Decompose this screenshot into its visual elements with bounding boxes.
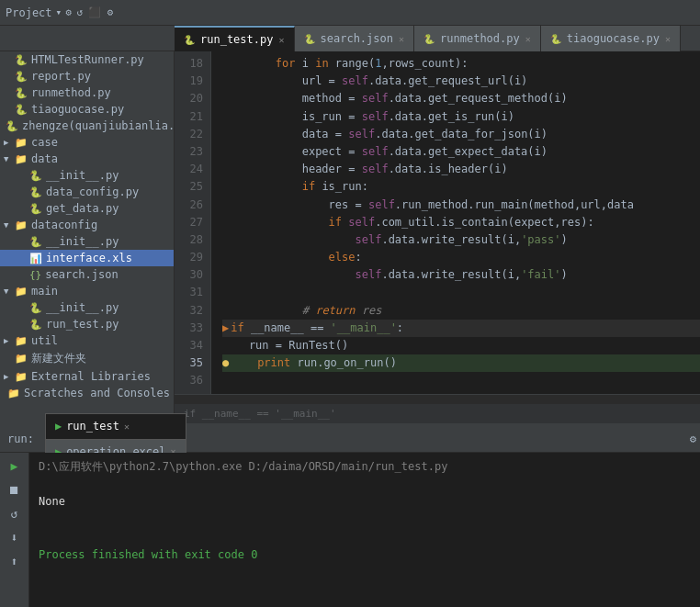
line-num-18: 18 bbox=[182, 55, 203, 73]
sidebar-item-13[interactable]: {}search.json bbox=[0, 266, 174, 283]
tab-tiaoguocase[interactable]: 🐍tiaoguocase.py✕ bbox=[541, 26, 681, 51]
sidebar-item-6[interactable]: ▼📁data bbox=[0, 151, 174, 167]
line-num-30: 30 bbox=[182, 266, 203, 284]
tree-label-4: zhengze(quanjiubianlia... bbox=[22, 119, 174, 132]
line-num-29: 29 bbox=[182, 249, 203, 266]
tab-close-run_test[interactable]: ✕ bbox=[278, 35, 284, 45]
sync-icon[interactable]: ↺ bbox=[77, 6, 84, 18]
code-line-25: if is_run: bbox=[222, 178, 700, 196]
tab-close-tiaoguocase[interactable]: ✕ bbox=[665, 34, 671, 44]
sidebar-item-15[interactable]: 🐍__init__.py bbox=[0, 299, 174, 316]
code-area: 1819202122232425262728293031323334353637… bbox=[175, 51, 700, 394]
sidebar-item-7[interactable]: 🐍__init__.py bbox=[0, 167, 174, 184]
line-num-19: 19 bbox=[182, 73, 203, 90]
scroll-bar[interactable] bbox=[175, 394, 700, 403]
run-play-button[interactable]: ▶ bbox=[6, 456, 24, 475]
run-label: run: bbox=[4, 433, 38, 445]
tree-label-16: run_test.py bbox=[46, 318, 119, 331]
run-output-line-3: Process finished with exit code 0 bbox=[39, 546, 691, 564]
sidebar-item-9[interactable]: 🐍get_data.py bbox=[0, 200, 174, 217]
tree-icon-8: 🐍 bbox=[29, 186, 42, 198]
tree-icon-9: 🐍 bbox=[29, 203, 42, 215]
top-bar-actions: ⚙ ↺ ⬛ ⚙ bbox=[65, 6, 113, 18]
tree-icon-5: 📁 bbox=[15, 137, 28, 149]
tree-icon-3: 🐍 bbox=[15, 104, 28, 116]
line-num-31: 31 bbox=[182, 284, 203, 301]
code-line-24: header = self.data.is_header(i) bbox=[222, 161, 700, 178]
sidebar-item-1[interactable]: 🐍report.py bbox=[0, 68, 174, 84]
tree-label-17: util bbox=[31, 334, 58, 347]
tree-icon-20: 📁 bbox=[7, 388, 20, 399]
sidebar-item-3[interactable]: 🐍tiaoguocase.py bbox=[0, 101, 174, 118]
sidebar-item-17[interactable]: ▶📁util bbox=[0, 332, 174, 349]
sidebar-item-8[interactable]: 🐍data_config.py bbox=[0, 184, 174, 200]
line-num-21: 21 bbox=[182, 108, 203, 126]
code-line-31 bbox=[222, 284, 700, 301]
run-tab-run_test[interactable]: ▶run_test✕ bbox=[45, 413, 186, 439]
breadcrumb-text: if __name__ == '__main__' bbox=[184, 408, 336, 420]
tree-label-11: __init__.py bbox=[46, 235, 119, 248]
sidebar-item-11[interactable]: 🐍__init__.py bbox=[0, 233, 174, 250]
run-stop-button[interactable]: ⏹ bbox=[6, 480, 24, 499]
gear2-icon[interactable]: ⚙ bbox=[107, 6, 113, 18]
tab-close-runmethod[interactable]: ✕ bbox=[525, 34, 531, 44]
tree-label-6: data bbox=[31, 152, 58, 165]
tree-label-8: data_config.py bbox=[46, 185, 139, 198]
run-scroll-down-button[interactable]: ⬇ bbox=[6, 528, 24, 546]
line-num-28: 28 bbox=[182, 231, 203, 249]
dropdown-arrow-icon[interactable]: ▾ bbox=[56, 6, 62, 18]
tab-run_test[interactable]: 🐍run_test.py✕ bbox=[175, 26, 295, 51]
tree-icon-19: 📁 bbox=[15, 371, 28, 383]
code-line-32: # return res bbox=[222, 302, 700, 320]
tree-icon-7: 🐍 bbox=[29, 170, 42, 182]
tree-arrow-14: ▼ bbox=[4, 287, 13, 296]
tab-icon-runmethod: 🐍 bbox=[423, 34, 435, 44]
run-output: D:\应用软件\python2.7\python.exe D:/daima/OR… bbox=[29, 453, 700, 607]
code-line-26: res = self.run_method.run_main(method,ur… bbox=[222, 197, 700, 214]
tree-label-14: main bbox=[31, 285, 58, 298]
settings-icon[interactable]: ⚙ bbox=[65, 6, 72, 18]
sidebar-item-0[interactable]: 🐍HTMLTestRunner.py bbox=[0, 51, 174, 68]
tree-icon-18: 📁 bbox=[15, 353, 28, 365]
code-line-29: else: bbox=[222, 249, 700, 266]
tree-label-2: runmethod.py bbox=[31, 86, 111, 99]
tree-arrow-19: ▶ bbox=[4, 372, 13, 381]
sidebar-item-10[interactable]: ▼📁dataconfig bbox=[0, 217, 174, 233]
run-restart-button[interactable]: ↺ bbox=[6, 504, 24, 523]
tree-icon-15: 🐍 bbox=[29, 302, 42, 314]
line-num-33: 33 bbox=[182, 320, 203, 337]
run-settings-icon[interactable]: ⚙ bbox=[690, 433, 696, 445]
run-tab-bar: run: ▶run_test✕▶operation_excel✕ ⚙ bbox=[0, 425, 700, 453]
breakpoint-icon-33: ▶ bbox=[222, 321, 229, 334]
code-content[interactable]: for i in range(1,rows_count): url = self… bbox=[211, 51, 700, 394]
expand-icon[interactable]: ⬛ bbox=[88, 6, 101, 18]
sidebar-item-4[interactable]: 🐍zhengze(quanjiubianlia... bbox=[0, 118, 174, 134]
code-line-21: is_run = self.data.get_is_run(i) bbox=[222, 108, 700, 126]
sidebar-item-14[interactable]: ▼📁main bbox=[0, 283, 174, 299]
run-tab-icon-run_test: ▶ bbox=[55, 420, 62, 433]
tree-label-5: case bbox=[31, 136, 58, 149]
tab-runmethod[interactable]: 🐍runmethod.py✕ bbox=[414, 26, 541, 51]
tree-label-19: External Libraries bbox=[31, 370, 151, 383]
tab-close-search_json[interactable]: ✕ bbox=[399, 34, 404, 44]
sidebar-item-18[interactable]: 📁新建文件夹 bbox=[0, 349, 174, 368]
sidebar-item-5[interactable]: ▶📁case bbox=[0, 134, 174, 151]
run-scroll-up-button[interactable]: ⬆ bbox=[6, 552, 24, 570]
line-num-25: 25 bbox=[182, 178, 203, 196]
line-numbers: 1819202122232425262728293031323334353637 bbox=[175, 51, 211, 394]
tree-label-0: HTMLTestRunner.py bbox=[31, 53, 144, 66]
tree-icon-1: 🐍 bbox=[15, 71, 28, 83]
run-tab-close-run_test[interactable]: ✕ bbox=[124, 422, 130, 432]
line-num-34: 34 bbox=[182, 337, 203, 354]
sidebar-item-16[interactable]: 🐍run_test.py bbox=[0, 316, 174, 332]
tree-label-9: get_data.py bbox=[46, 202, 119, 215]
sidebar-item-2[interactable]: 🐍runmethod.py bbox=[0, 84, 174, 101]
sidebar-item-19[interactable]: ▶📁External Libraries bbox=[0, 368, 174, 385]
tree-arrow-6: ▼ bbox=[4, 154, 13, 163]
tab-search_json[interactable]: 🐍search.json✕ bbox=[295, 26, 415, 51]
breadcrumb-bar: if __name__ == '__main__' bbox=[175, 403, 700, 423]
sidebar-item-20[interactable]: 📁Scratches and Consoles bbox=[0, 385, 174, 401]
sidebar-item-12[interactable]: 📊interface.xls bbox=[0, 250, 174, 266]
tree-arrow-5: ▶ bbox=[4, 138, 13, 147]
code-line-19: url = self.data.get_request_url(i) bbox=[222, 73, 700, 90]
